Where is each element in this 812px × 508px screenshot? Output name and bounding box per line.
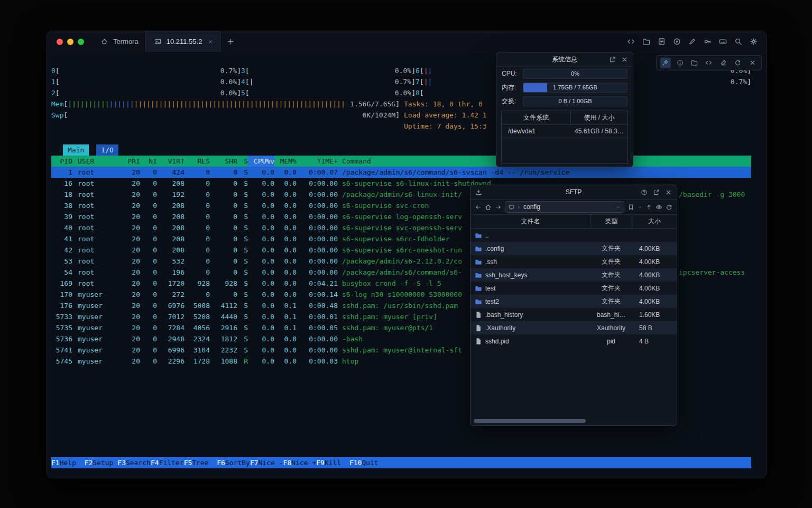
path-breadcrumb[interactable]: config xyxy=(505,201,624,213)
fkey-F4[interactable]: F4 xyxy=(151,457,159,468)
process-row-1[interactable]: 1root20042400S0.00.00:00.07/package/admi… xyxy=(51,167,751,178)
fkey-F6[interactable]: F6 xyxy=(217,457,225,468)
col-user[interactable]: USER xyxy=(72,156,115,167)
help-icon[interactable] xyxy=(641,189,648,196)
col-virt[interactable]: VIRT xyxy=(157,156,184,167)
fkey-label-F5[interactable]: Tree xyxy=(192,457,217,468)
load-average-line: Load average: 1.42 1 xyxy=(404,110,487,121)
forward-button[interactable] xyxy=(495,204,502,211)
fkey-F9[interactable]: F9 xyxy=(316,457,325,468)
file-name: .config xyxy=(485,245,504,252)
tab-home[interactable]: Termora xyxy=(93,31,145,52)
fkey-F5[interactable]: F5 xyxy=(184,457,192,468)
fkey-F3[interactable]: F3 xyxy=(117,457,126,468)
horizontal-scrollbar[interactable] xyxy=(474,419,586,423)
close-icon[interactable] xyxy=(621,56,628,63)
sftp-toolbar: config xyxy=(470,199,677,214)
col-shr[interactable]: SHR xyxy=(210,156,237,167)
fkey-F8[interactable]: F8 xyxy=(283,457,292,468)
sftp-table-header: 文件名 类型 大小 xyxy=(470,214,677,229)
htop-tab-main[interactable]: Main xyxy=(63,144,89,156)
fkey-F2[interactable]: F2 xyxy=(85,457,93,468)
sftp-row-.Xauthority[interactable]: .XauthorityXauthority58 B xyxy=(470,321,677,334)
gear-icon[interactable] xyxy=(749,37,759,47)
home-button[interactable] xyxy=(485,204,492,211)
col-cpu-sorted[interactable]: CPU%▽ xyxy=(248,156,274,167)
record-icon[interactable] xyxy=(672,37,682,47)
parent-directory-button[interactable] xyxy=(645,204,652,211)
close-icon[interactable] xyxy=(665,189,672,196)
new-tab-button[interactable] xyxy=(226,37,236,47)
close-window-button[interactable] xyxy=(57,39,63,45)
refresh-icon[interactable] xyxy=(733,58,743,68)
col-res[interactable]: RES xyxy=(184,156,210,167)
sftp-row-.ssh[interactable]: .ssh文件夹4.00KB xyxy=(470,255,677,268)
fkey-label-F8[interactable]: Nice + xyxy=(291,457,316,468)
search-icon[interactable] xyxy=(733,37,743,47)
code-icon[interactable] xyxy=(704,58,714,68)
fkey-label-F6[interactable]: SortBy xyxy=(225,457,250,468)
col-ni[interactable]: NI xyxy=(140,156,157,167)
fkey-F10[interactable]: F10 xyxy=(349,457,362,468)
fkey-F1[interactable]: F1 xyxy=(51,457,60,468)
external-link-icon[interactable] xyxy=(609,56,616,63)
htop-tab-io[interactable]: I/O xyxy=(96,144,118,156)
fkey-label-F9[interactable]: Kill xyxy=(325,457,349,468)
fkey-label-F1[interactable]: Help xyxy=(60,457,85,468)
col-filename[interactable]: 文件名 xyxy=(470,217,590,226)
minimize-window-button[interactable] xyxy=(67,39,73,45)
process-command: /package/admin/s6/command/s6-svscan -d4 … xyxy=(338,167,751,178)
bookmark-dropdown-icon[interactable] xyxy=(638,205,642,210)
file-name: .bash_history xyxy=(485,311,523,319)
file-type: Xauthority xyxy=(590,324,632,332)
external-link-icon[interactable] xyxy=(653,189,660,196)
sftp-row-sshd.pid[interactable]: sshd.pidpid4 B xyxy=(470,334,677,348)
chevron-down-icon[interactable] xyxy=(616,205,621,210)
sftp-row-parent[interactable]: .. xyxy=(470,229,677,242)
back-button[interactable] xyxy=(475,204,482,211)
bookmark-button[interactable] xyxy=(628,204,634,211)
sftp-row-ssh_host_keys[interactable]: ssh_host_keys文件夹4.00KB xyxy=(470,268,677,282)
sftp-row-test2[interactable]: test2文件夹4.00KB xyxy=(470,295,677,308)
tab-session[interactable]: 10.211.55.2 xyxy=(145,31,221,52)
pin-icon[interactable] xyxy=(660,58,671,68)
pencil-icon[interactable] xyxy=(687,37,697,47)
download-icon[interactable] xyxy=(475,189,482,196)
close-tab-icon[interactable] xyxy=(208,39,213,44)
system-info-titlebar: 系统信息 xyxy=(496,52,633,67)
close-icon[interactable] xyxy=(747,58,758,68)
refresh-button[interactable] xyxy=(666,204,672,211)
sftp-row-test[interactable]: test文件夹4.00KB xyxy=(470,282,677,295)
info-icon[interactable] xyxy=(675,58,685,68)
fkey-label-F7[interactable]: Nice - xyxy=(259,457,283,468)
uptime-line: Uptime: 7 days, 15:3 xyxy=(404,121,487,132)
file-type: 文件夹 xyxy=(590,244,632,253)
fkey-label-F2[interactable]: Setup xyxy=(93,457,117,468)
fkey-F7[interactable]: F7 xyxy=(250,457,259,468)
sftp-row-.bash_history[interactable]: .bash_historybash_hi…1.60KB xyxy=(470,308,677,321)
col-pri[interactable]: PRI xyxy=(115,156,140,167)
col-mem[interactable]: MEM% xyxy=(274,156,297,167)
command-tail: /basedir -g 3000 xyxy=(679,189,745,200)
journal-icon[interactable] xyxy=(657,37,667,47)
col-filetype[interactable]: 类型 xyxy=(590,215,632,228)
col-state[interactable]: S xyxy=(237,156,248,167)
key-icon[interactable] xyxy=(703,37,713,47)
folder-icon[interactable] xyxy=(641,37,651,47)
zoom-window-button[interactable] xyxy=(78,39,84,45)
file-size: 4.00KB xyxy=(632,245,677,252)
fs-col-usage: 使用 / 大小 xyxy=(571,113,628,122)
fkey-label-F4[interactable]: Filter xyxy=(159,457,184,468)
col-filesize[interactable]: 大小 xyxy=(632,215,677,228)
fkey-label-F10[interactable]: Quit xyxy=(362,457,386,468)
show-hidden-button[interactable] xyxy=(656,204,662,211)
folder-icon[interactable] xyxy=(689,58,700,68)
fkey-label-F3[interactable]: Search xyxy=(126,457,151,468)
code-icon[interactable] xyxy=(626,37,636,47)
col-pid[interactable]: PID xyxy=(51,156,72,167)
keyboard-icon[interactable] xyxy=(718,37,728,47)
sftp-row-.config[interactable]: .config文件夹4.00KB xyxy=(470,242,677,255)
filesystem-rows: /dev/vda145.61GB / 58.3… xyxy=(502,125,628,138)
col-time[interactable]: TIME+ xyxy=(297,156,338,167)
eraser-icon[interactable] xyxy=(718,58,728,68)
